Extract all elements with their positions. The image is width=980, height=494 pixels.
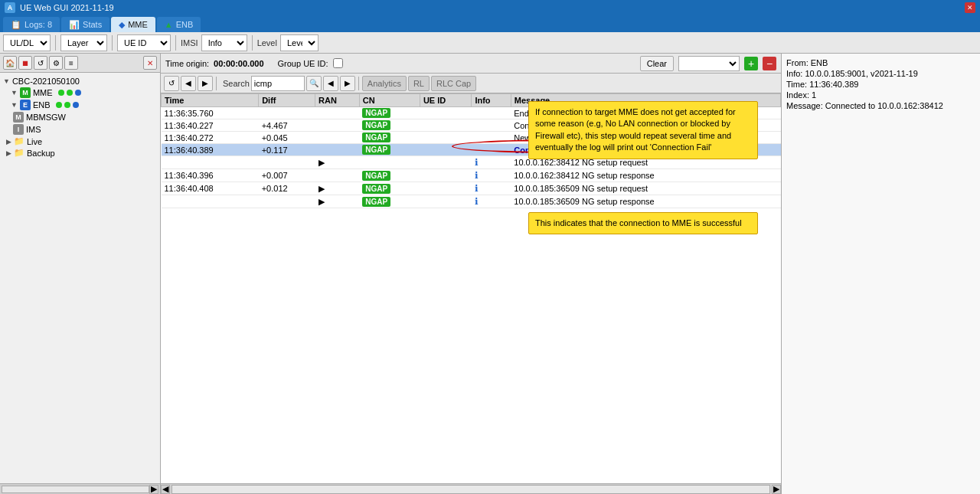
- info-icon: ℹ: [475, 157, 479, 168]
- scroll-right-main-button[interactable]: ▶: [772, 485, 781, 494]
- tab-enb[interactable]: ▲ ENB: [157, 17, 201, 32]
- filter-select[interactable]: [678, 56, 740, 71]
- left-scrollbar[interactable]: [2, 486, 149, 493]
- rl-button[interactable]: RL: [408, 76, 430, 91]
- layer-select[interactable]: LayerMACRLCPDCP: [60, 34, 107, 51]
- home-button[interactable]: 🏠: [3, 56, 17, 70]
- tree-ims[interactable]: I IMS: [3, 123, 157, 136]
- tree-mme[interactable]: ▼ M MME: [3, 87, 157, 99]
- table-row[interactable]: ▶NGAPℹ10.0.0.185:36509 NG setup response: [162, 195, 781, 208]
- cell-time: 11:36:40.408: [162, 182, 259, 195]
- enb-icon: ▲: [165, 20, 173, 29]
- close-panel-button[interactable]: ✕: [143, 56, 157, 70]
- tab-mme[interactable]: ◆ MME: [111, 17, 155, 32]
- hscroll[interactable]: ◀ ▶: [161, 483, 781, 494]
- sep3: [175, 35, 176, 51]
- refresh-log-button[interactable]: ↺: [164, 76, 179, 91]
- log-toolbar: ↺ ◀ ▶ Search 🔍 ◀ ▶ Analytics RL RLC Cap: [161, 74, 781, 93]
- enb-node-icon: E: [20, 100, 31, 110]
- annotation-1: If connection to target MME does not get…: [528, 101, 758, 159]
- cell-ran: [315, 169, 360, 182]
- info-select[interactable]: InfoDebugWarningError: [201, 34, 247, 51]
- backup-label: Backup: [27, 149, 55, 158]
- cell-ueid: [420, 195, 472, 208]
- tab-stats[interactable]: 📊 Stats: [61, 17, 109, 32]
- tree-backup[interactable]: ▶ 📁 Backup: [3, 147, 157, 159]
- main-layout: 🏠 ⏹ ↺ ⚙ ≡ ✕ ▼ CBC-2021050100 ▼ M MME ▼ E: [0, 54, 980, 494]
- remove-filter-button[interactable]: −: [763, 57, 776, 70]
- detail-message: Message: Connected to 10.0.0.162:38412: [786, 101, 975, 110]
- sep1: [55, 35, 56, 51]
- search-prev-button[interactable]: ◀: [323, 76, 338, 91]
- cell-cn: [359, 156, 420, 169]
- scroll-right-button[interactable]: ▶: [149, 485, 158, 494]
- mme-icon: ◆: [119, 20, 125, 30]
- cell-message: 10.0.0.185:36509 NG setup response: [511, 195, 780, 208]
- uldl-select[interactable]: UL/DLULDL: [3, 34, 51, 51]
- group-ue-checkbox[interactable]: [333, 58, 343, 68]
- root-label: CBC-2021050100: [12, 77, 80, 86]
- clear-button[interactable]: Clear: [640, 56, 674, 71]
- refresh-button[interactable]: ↺: [34, 56, 47, 70]
- log-sep2: [358, 77, 359, 90]
- cell-info: [472, 107, 511, 119]
- level-select[interactable]: Level123: [280, 34, 318, 51]
- enb-status-dot2: [64, 102, 70, 108]
- hscrollbar[interactable]: [172, 485, 770, 494]
- analytics-button[interactable]: Analytics: [362, 76, 407, 91]
- search-input[interactable]: [251, 76, 305, 91]
- cell-info: ℹ: [472, 156, 511, 169]
- search-next-button[interactable]: ▶: [340, 76, 355, 91]
- cell-ran: [315, 107, 360, 119]
- col-ueid: UE ID: [420, 94, 472, 107]
- search-button[interactable]: 🔍: [306, 76, 322, 91]
- cell-info: [472, 119, 511, 132]
- tab-enb-label: ENB: [176, 20, 194, 29]
- annotation-1-text: If connection to target MME does not get…: [535, 107, 736, 152]
- cell-time: 11:36:40.389: [162, 144, 259, 156]
- scroll-left-button[interactable]: ◀: [161, 485, 170, 494]
- settings-button[interactable]: ⚙: [49, 56, 63, 70]
- titlebar: A UE Web GUI 2021-11-19 ✕: [0, 0, 980, 15]
- cell-cn: NGAP: [359, 169, 420, 182]
- cell-ueid: [420, 119, 472, 132]
- expand-mme-icon: ▼: [11, 89, 18, 97]
- more-button[interactable]: ≡: [64, 56, 78, 70]
- tree-root[interactable]: ▼ CBC-2021050100: [3, 76, 157, 87]
- cell-ueid: [420, 144, 472, 156]
- enb-status-dot3: [73, 102, 79, 108]
- next-button[interactable]: ▶: [198, 76, 213, 91]
- sep2: [112, 35, 113, 51]
- cell-time: 11:36:40.227: [162, 119, 259, 132]
- cell-cn: NGAP: [359, 132, 420, 144]
- group-ue-label: Group UE ID:: [278, 59, 328, 68]
- log-content-wrapper: Time Diff RAN CN UE ID Info Message 11:3…: [161, 93, 781, 483]
- log-sep1: [216, 77, 217, 90]
- live-folder-icon: 📁: [14, 136, 24, 146]
- tree-live[interactable]: ▶ 📁 Live: [3, 136, 157, 147]
- main-toolbar: UL/DLULDL LayerMACRLCPDCP UE ID IMSI Inf…: [0, 32, 980, 54]
- rlc-cap-button[interactable]: RLC Cap: [431, 76, 476, 91]
- table-row[interactable]: 11:36:40.396+0.007NGAPℹ10.0.0.162:38412 …: [162, 169, 781, 182]
- close-button[interactable]: ✕: [965, 2, 975, 13]
- cell-time: 11:36:35.760: [162, 107, 259, 119]
- add-filter-button[interactable]: +: [744, 57, 758, 70]
- prev-button[interactable]: ◀: [181, 76, 196, 91]
- table-row[interactable]: 11:36:40.408+0.012▶NGAPℹ10.0.0.185:36509…: [162, 182, 781, 195]
- cell-time: 11:36:40.396: [162, 169, 259, 182]
- tab-stats-label: Stats: [83, 20, 102, 29]
- tab-mme-label: MME: [128, 20, 148, 29]
- tree-enb[interactable]: ▼ E ENB: [3, 99, 157, 111]
- cell-message: 10.0.0.162:38412 NG setup response: [511, 169, 780, 182]
- left-hscroll[interactable]: ▶: [0, 483, 160, 494]
- mme-status-dot3: [75, 90, 81, 96]
- stop-button[interactable]: ⏹: [18, 56, 32, 70]
- expand-icon: ▼: [3, 77, 10, 85]
- tree-mbmsgw[interactable]: M MBMSGW: [3, 111, 157, 123]
- cell-time: [162, 195, 259, 208]
- enb-status-dot1: [56, 102, 62, 108]
- info-icon: ℹ: [475, 170, 479, 181]
- ueid-select[interactable]: UE ID: [117, 34, 171, 51]
- tab-logs[interactable]: 📋 Logs: 8: [3, 17, 60, 32]
- cell-info: ℹ: [472, 195, 511, 208]
